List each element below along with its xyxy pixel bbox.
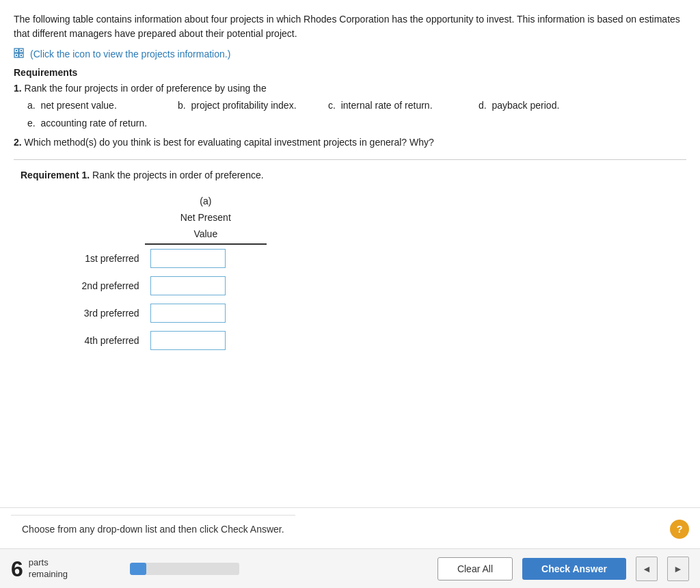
req1-title-text: Rank the projects in order of preference… bbox=[92, 170, 264, 181]
input-1st-preferred[interactable] bbox=[150, 249, 226, 268]
table-row: 1st preferred bbox=[48, 244, 267, 272]
nav-next-button[interactable]: ► bbox=[667, 557, 689, 581]
table-row: 3rd preferred bbox=[48, 299, 267, 327]
svg-rect-6 bbox=[16, 55, 17, 56]
sub-label-a: a. bbox=[27, 100, 38, 111]
req2-num: 2. bbox=[14, 137, 22, 148]
check-answer-button[interactable]: Check Answer bbox=[522, 558, 626, 580]
sub-text-a: net present value. bbox=[40, 100, 116, 111]
requirement-1-item: 1. Rank the four projects in order of pr… bbox=[14, 81, 686, 96]
row-label-1: 1st preferred bbox=[48, 244, 145, 272]
preference-table: (a) Net Present Value 1st pr bbox=[48, 191, 267, 354]
parts-info: 6 parts remaining bbox=[11, 557, 120, 580]
grid-icon bbox=[14, 48, 26, 60]
svg-rect-4 bbox=[16, 50, 17, 51]
nav-prev-button[interactable]: ◄ bbox=[636, 557, 658, 581]
req1-bold-label: Requirement 1. bbox=[21, 170, 90, 181]
sub-items: a. net present value. b. project profita… bbox=[27, 97, 686, 131]
progress-bar-fill bbox=[130, 563, 146, 575]
page-wrapper: The following table contains information… bbox=[0, 0, 700, 588]
sub-label-c: c. bbox=[328, 100, 338, 111]
row-label-2: 2nd preferred bbox=[48, 272, 145, 299]
col-subheader: Net Present bbox=[145, 208, 267, 224]
main-content: The following table contains information… bbox=[0, 0, 700, 507]
requirement-2-item: 2. Which method(s) do you think is best … bbox=[14, 135, 686, 150]
parts-label: parts remaining bbox=[29, 557, 68, 580]
sub-text-c: internal rate of return. bbox=[341, 100, 433, 111]
sub-item-b: b. project profitability index. bbox=[178, 97, 328, 114]
sub-text-b: project profitability index. bbox=[191, 100, 296, 111]
parts-line2: remaining bbox=[29, 569, 68, 580]
sub-text-d: payback period. bbox=[492, 100, 559, 111]
footer-bar: 6 parts remaining Clear All Check Answer… bbox=[0, 548, 700, 588]
clear-all-button[interactable]: Clear All bbox=[438, 557, 513, 580]
input-4th-preferred[interactable] bbox=[150, 331, 226, 350]
sub-text-e: accounting rate of return. bbox=[40, 118, 147, 129]
sub-item-a: a. net present value. bbox=[27, 97, 178, 114]
row-label-3: 3rd preferred bbox=[48, 299, 145, 327]
req2-text: Which method(s) do you think is best for… bbox=[25, 137, 434, 148]
intro-paragraph: The following table contains information… bbox=[14, 12, 686, 41]
input-3rd-preferred[interactable] bbox=[150, 304, 226, 323]
requirements-title: Requirements bbox=[14, 67, 686, 78]
req1-text: Rank the four projects in order of prefe… bbox=[25, 83, 267, 94]
spacer-area bbox=[14, 354, 686, 423]
req1-num: 1. bbox=[14, 83, 22, 94]
table-row: 2nd preferred bbox=[48, 272, 267, 299]
choose-row: Choose from any drop-down list and then … bbox=[0, 507, 700, 548]
svg-rect-7 bbox=[21, 55, 22, 56]
table-container: (a) Net Present Value 1st pr bbox=[48, 191, 679, 354]
parts-line1: parts bbox=[29, 557, 68, 569]
icon-link[interactable]: (Click the icon to view the projects inf… bbox=[14, 48, 686, 60]
svg-rect-5 bbox=[21, 50, 22, 51]
input-cell-3[interactable] bbox=[145, 299, 267, 327]
sub-label-e: e. bbox=[27, 118, 38, 129]
help-button[interactable]: ? bbox=[670, 520, 689, 539]
requirement1-section: Requirement 1. Rank the projects in orde… bbox=[14, 170, 686, 354]
icon-link-text: (Click the icon to view the projects inf… bbox=[30, 49, 230, 59]
sub-item-e: e. accounting rate of return. bbox=[27, 115, 178, 132]
col-header-a: (a) bbox=[145, 191, 267, 208]
parts-number: 6 bbox=[11, 558, 23, 580]
progress-bar-container bbox=[130, 563, 239, 575]
sub-label-b: b. bbox=[178, 100, 189, 111]
sub-item-c: c. internal rate of return. bbox=[328, 97, 479, 114]
sub-label-d: d. bbox=[479, 100, 489, 111]
input-2nd-preferred[interactable] bbox=[150, 276, 226, 295]
choose-text: Choose from any drop-down list and then … bbox=[11, 515, 295, 543]
divider bbox=[14, 159, 686, 160]
input-cell-2[interactable] bbox=[145, 272, 267, 299]
input-cell-4[interactable] bbox=[145, 327, 267, 354]
input-cell-1[interactable] bbox=[145, 244, 267, 272]
req1-title: Requirement 1. Rank the projects in orde… bbox=[21, 170, 679, 181]
col-subheader2: Value bbox=[145, 224, 267, 244]
row-label-4: 4th preferred bbox=[48, 327, 145, 354]
table-row: 4th preferred bbox=[48, 327, 267, 354]
sub-item-d: d. payback period. bbox=[479, 97, 629, 114]
requirements-section: Requirements 1. Rank the four projects i… bbox=[14, 67, 686, 150]
